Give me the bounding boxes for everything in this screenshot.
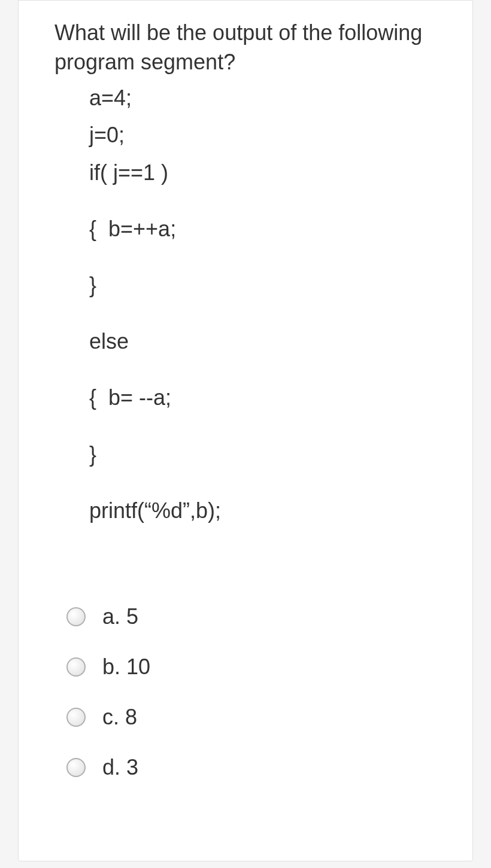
- option-label: d. 3: [102, 755, 138, 780]
- code-line: { b= --a;: [89, 382, 437, 413]
- option-d[interactable]: d. 3: [66, 755, 437, 780]
- code-line: j=0;: [89, 120, 437, 151]
- options-list: a. 5 b. 10 c. 8 d. 3: [54, 604, 437, 780]
- code-line: if( j==1 ): [89, 157, 437, 188]
- radio-icon[interactable]: [66, 708, 86, 727]
- code-line: { b=++a;: [89, 214, 437, 245]
- code-line: }: [89, 439, 437, 470]
- option-b[interactable]: b. 10: [66, 654, 437, 680]
- question-text: What will be the output of the following…: [54, 19, 437, 77]
- option-label: a. 5: [102, 604, 138, 629]
- option-label: b. 10: [102, 654, 150, 680]
- code-line: a=4;: [89, 83, 437, 114]
- code-line: printf(“%d”,b);: [89, 495, 437, 526]
- option-label: c. 8: [102, 705, 137, 730]
- option-a[interactable]: a. 5: [66, 604, 437, 629]
- code-line: }: [89, 270, 437, 301]
- code-line: else: [89, 326, 437, 357]
- radio-icon[interactable]: [66, 607, 86, 626]
- question-card: What will be the output of the following…: [18, 0, 473, 861]
- radio-icon[interactable]: [66, 758, 86, 777]
- radio-icon[interactable]: [66, 657, 86, 677]
- code-block: a=4; j=0; if( j==1 ) { b=++a; } else { b…: [54, 83, 437, 526]
- option-c[interactable]: c. 8: [66, 705, 437, 730]
